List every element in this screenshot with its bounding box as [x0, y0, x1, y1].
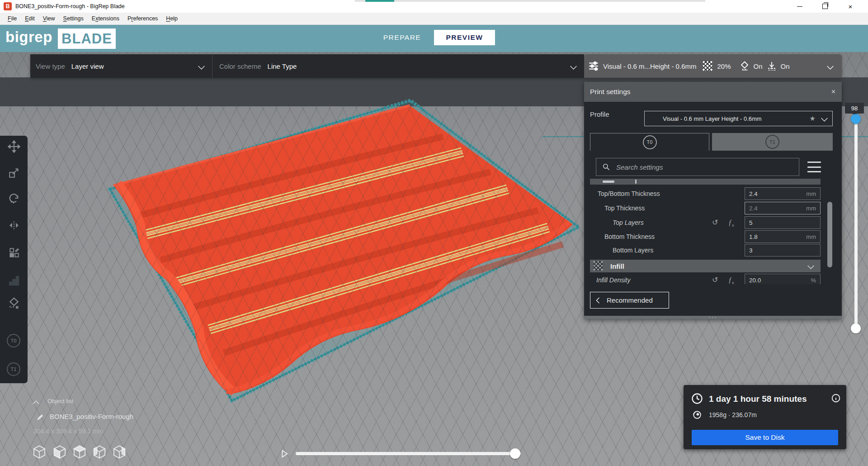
support-blocker-icon[interactable] [7, 296, 21, 310]
setting-unit: mm [806, 190, 816, 197]
panel-resize-handle[interactable]: ··· [584, 316, 842, 319]
top-edge-teal-strip [365, 0, 394, 2]
panel-close-icon[interactable]: × [831, 88, 835, 96]
object-list-toggle[interactable] [33, 400, 38, 408]
mirror-tool-icon[interactable] [7, 219, 21, 232]
setting-row: Bottom Thickness 1.8 mm [590, 230, 821, 243]
steps-tool-icon[interactable] [7, 274, 21, 287]
setting-unit: mm [806, 233, 816, 240]
recommended-button[interactable]: Recommended [590, 292, 669, 309]
infill-icon [703, 61, 712, 71]
settings-scroll-area[interactable]: Top/Bottom Thickness 2.4 mm Top Thicknes… [584, 179, 827, 284]
print-settings-summary[interactable]: Visual - 0.6 m...Height - 0.6mm 20% On O… [584, 54, 842, 78]
setting-value: 3 [749, 247, 816, 254]
menu-file[interactable]: File [4, 13, 21, 25]
settings-menu-icon[interactable] [807, 162, 821, 172]
setting-value-field[interactable]: 1.8 mm [745, 230, 821, 243]
minimize-button[interactable] [789, 0, 810, 13]
function-icon[interactable]: ƒx [728, 273, 734, 284]
extruder-tab-t1[interactable]: T1 [712, 133, 833, 151]
extruder-t1-button[interactable]: T1 [7, 362, 20, 376]
setting-value-field[interactable]: 5 [745, 216, 821, 229]
profile-select[interactable]: Visual - 0.6 mm Layer Height - 0.6mm ★ [644, 111, 833, 126]
setting-value-field[interactable]: 3 [745, 244, 821, 257]
app-icon: B [4, 2, 12, 10]
rotate-tool-icon[interactable] [7, 191, 21, 205]
top-edge-sliver [355, 0, 705, 2]
setting-value-field[interactable]: 2.4 mm [745, 202, 821, 214]
chevron-down-icon [822, 115, 827, 122]
move-tool-icon[interactable] [7, 140, 21, 153]
model-infill-stripes [145, 148, 550, 333]
object-list-label[interactable]: Object list [47, 398, 73, 404]
material-usage: 1958g · 236.07m [709, 411, 757, 418]
model-ridge-shading [133, 137, 563, 353]
chevron-down-icon [808, 262, 813, 270]
view-top-icon[interactable] [72, 444, 87, 460]
scale-tool-icon[interactable] [7, 166, 21, 180]
infill-section-header[interactable]: Infill [590, 260, 821, 272]
function-icon[interactable]: ƒx [728, 216, 734, 229]
raft-inner-line [110, 100, 579, 401]
menu-view[interactable]: View [39, 13, 59, 25]
menu-bar: FileEditViewSettingsExtensionsPreference… [0, 13, 868, 25]
revert-icon[interactable]: ↺ [712, 216, 718, 229]
per-model-settings-icon[interactable] [7, 246, 21, 259]
animation-scrubber-handle[interactable] [510, 448, 520, 459]
settings-search[interactable] [596, 158, 799, 176]
extruder-t0-button[interactable]: T0 [7, 334, 20, 347]
close-button[interactable]: × [840, 0, 861, 13]
setting-label: Top Layers [613, 216, 644, 229]
object-name[interactable]: BONE3_positiv-Form-rough [50, 413, 133, 420]
tab-prepare[interactable]: PREPARE [372, 30, 433, 45]
title-bar: B BONE3_positiv-Form-rough - BigRep Blad… [0, 0, 868, 13]
menu-preferences[interactable]: Preferences [123, 13, 162, 25]
bigrep-logo-text: bigrep [5, 29, 52, 46]
tab-preview[interactable]: PREVIEW [434, 30, 495, 45]
menu-edit[interactable]: Edit [21, 13, 39, 25]
menu-settings[interactable]: Settings [59, 13, 88, 25]
profile-value: Visual - 0.6 mm Layer Height - 0.6mm [663, 115, 762, 122]
menu-help[interactable]: Help [162, 13, 182, 25]
revert-icon[interactable]: ↺ [712, 273, 718, 284]
view-type-value: Layer view [71, 62, 104, 70]
model-infill-stripe-highlights [146, 152, 548, 329]
left-toolbar: T0 T1 [0, 136, 28, 383]
animation-scrubber-track[interactable] [296, 452, 521, 455]
view-type-dropdown[interactable]: View type Layer view [30, 54, 212, 78]
setting-row: Infill Density ↺ ƒx 20.0 % [590, 273, 821, 284]
blade-logo-badge: BLADE [58, 29, 116, 49]
section-icon-fragment [603, 181, 614, 183]
model-body [113, 105, 573, 395]
menu-extensions[interactable]: Extensions [88, 13, 123, 25]
color-scheme-dropdown[interactable]: Color scheme Line Type [212, 54, 584, 78]
setting-label: Top Thickness [604, 201, 645, 215]
layer-number-tooltip: 98 [845, 103, 864, 114]
view-right-icon[interactable] [112, 444, 127, 460]
restore-button[interactable] [815, 0, 835, 13]
view-left-icon[interactable] [92, 444, 107, 460]
layer-slider-top-handle[interactable] [851, 114, 861, 124]
model-front-left-face [118, 183, 234, 392]
infill-section-label: Infill [610, 262, 624, 270]
save-to-disk-button[interactable]: Save to Disk [692, 430, 838, 445]
search-icon [602, 162, 611, 171]
play-button[interactable] [279, 449, 289, 459]
setting-value-field[interactable]: 2.4 mm [745, 187, 821, 200]
settings-scrollbar[interactable] [827, 202, 832, 267]
scrolled-section-sliver [590, 179, 821, 185]
view-front-icon[interactable] [52, 444, 67, 460]
extruder-tab-t0[interactable]: T0 [590, 133, 709, 151]
layer-slider-track[interactable] [854, 119, 858, 329]
star-icon[interactable]: ★ [810, 114, 816, 123]
infill-icon [593, 261, 603, 271]
recommended-label: Recommended [607, 296, 653, 304]
info-icon[interactable] [831, 393, 841, 403]
search-input[interactable] [615, 163, 799, 171]
clock-icon [691, 392, 703, 405]
view-3d-icon[interactable] [32, 444, 47, 460]
sliced-model-preview[interactable] [93, 95, 590, 412]
layer-slider-bottom-handle[interactable] [851, 323, 861, 333]
setting-value-field[interactable]: 20.0 % [745, 274, 821, 284]
model-front-right-face [226, 222, 569, 392]
